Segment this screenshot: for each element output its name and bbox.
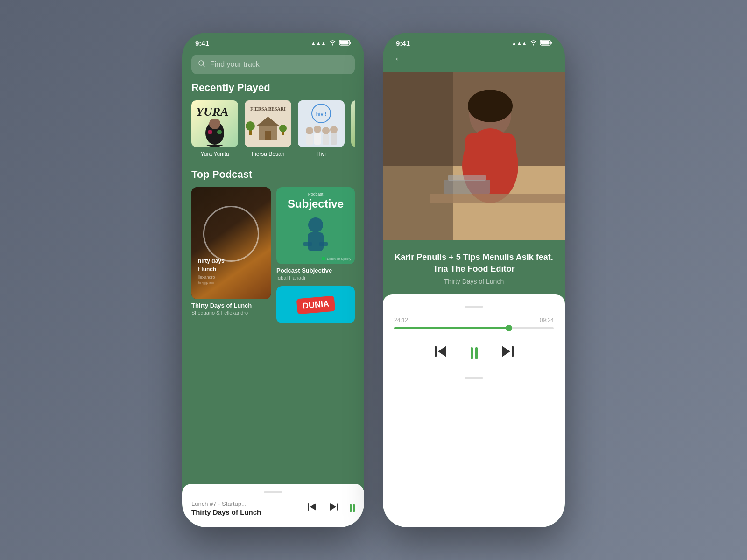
album-item-hivi[interactable]: hivi! xyxy=(298,100,345,157)
svg-point-9 xyxy=(217,130,222,134)
svg-point-39 xyxy=(533,44,534,46)
mini-player[interactable]: Lunch #7 - Startup... Thirty Days of Lun… xyxy=(182,484,364,527)
top-podcast-section: Top Podcast hirty daysf lunch llexandroh… xyxy=(191,168,355,323)
svg-rect-33 xyxy=(319,242,328,246)
album-item-fiersa[interactable]: FIERSA BESARI Fiersa Besari xyxy=(245,100,291,157)
svg-marker-38 xyxy=(330,503,336,511)
podcast-name-thirty: Thirty Days of Lunch xyxy=(191,302,271,309)
svg-rect-35 xyxy=(308,503,309,511)
listen-on-spotify: Listen on Spotify xyxy=(322,257,351,260)
podcast-card-cyan[interactable]: DUNIA xyxy=(276,286,355,323)
svg-rect-56 xyxy=(512,346,514,357)
circle-decoration xyxy=(203,206,259,262)
album-item-partial[interactable] xyxy=(351,100,355,157)
svg-point-8 xyxy=(208,130,212,134)
back-button[interactable]: ← xyxy=(394,53,404,65)
podcast-card-thirty[interactable]: hirty daysf lunch llexandroheggario Thir… xyxy=(191,187,271,323)
phone2-track-title: Karir Penulis + 5 Tips Menulis Asik feat… xyxy=(394,252,554,275)
time-remaining: 09:24 xyxy=(540,317,554,323)
time-elapsed: 24:12 xyxy=(394,317,408,323)
phone-content-1: Recently Played YURA Yura Yun xyxy=(182,82,364,484)
mini-player-controls xyxy=(305,500,355,516)
phone2-track-info: Karir Penulis + 5 Tips Menulis Asik feat… xyxy=(383,240,565,294)
mini-player-drag-handle xyxy=(264,491,282,493)
podcast-small-label: Podcast xyxy=(281,192,350,196)
search-icon xyxy=(198,60,205,69)
cyan-card-label: DUNIA xyxy=(296,295,335,314)
full-pause-button[interactable] xyxy=(471,347,478,359)
full-next-button[interactable] xyxy=(496,340,519,366)
prev-button[interactable] xyxy=(305,500,319,516)
svg-point-28 xyxy=(330,126,338,133)
svg-point-16 xyxy=(246,121,255,131)
next-button[interactable] xyxy=(327,500,341,516)
thirty-author-overlay: llexandroheggario xyxy=(198,274,215,286)
mini-player-info: Lunch #7 - Startup... Thirty Days of Lun… xyxy=(191,500,299,516)
progress-fill xyxy=(394,327,509,329)
svg-rect-41 xyxy=(551,42,552,44)
search-bar[interactable] xyxy=(191,55,355,74)
progress-times: 24:12 09:24 xyxy=(394,317,554,323)
svg-point-24 xyxy=(314,126,321,133)
full-pause-bar-left xyxy=(471,347,473,359)
album-label-hivi: Hivi xyxy=(317,151,326,157)
pause-bar-right xyxy=(353,504,355,512)
full-player: 24:12 09:24 xyxy=(383,294,565,527)
thirty-overlay-text: hirty daysf lunch xyxy=(198,257,225,273)
search-input[interactable] xyxy=(210,60,348,69)
battery-icon-2 xyxy=(540,39,552,47)
svg-rect-37 xyxy=(337,503,338,511)
figure-decoration xyxy=(299,217,332,260)
svg-rect-29 xyxy=(331,133,337,145)
svg-point-30 xyxy=(308,217,323,232)
yura-text: YURA xyxy=(196,105,228,119)
signal-icon-2: ▲▲▲ xyxy=(511,40,527,47)
svg-line-5 xyxy=(203,65,205,67)
svg-rect-25 xyxy=(314,133,321,145)
podcast-card-subjective[interactable]: Podcast Subjective xyxy=(276,187,355,280)
progress-thumb[interactable] xyxy=(506,325,512,331)
album-cover-fiersa: FIERSA BESARI xyxy=(245,100,291,147)
svg-marker-57 xyxy=(502,346,510,357)
podcast-big-label: Subjective xyxy=(281,197,350,210)
phone-2: 9:41 ▲▲▲ ← xyxy=(383,33,565,527)
svg-rect-19 xyxy=(298,100,345,147)
pause-button[interactable] xyxy=(350,504,355,512)
wifi-icon-2 xyxy=(529,39,537,47)
svg-point-22 xyxy=(306,127,313,134)
phone-1: 9:41 ▲▲▲ xyxy=(182,33,364,527)
podcast-author-thirty: Sheggario & Fellexandro xyxy=(191,310,271,315)
battery-icon xyxy=(339,39,351,47)
recently-played-title: Recently Played xyxy=(191,82,355,94)
podcast-info-thirty: Thirty Days of Lunch Sheggario & Fellexa… xyxy=(191,302,271,315)
recently-played-section: Recently Played YURA Yura Yun xyxy=(191,82,355,157)
podcast-artwork-thirty: hirty daysf lunch llexandroheggario xyxy=(191,187,271,299)
top-podcast-title: Top Podcast xyxy=(191,168,355,181)
svg-rect-53 xyxy=(448,175,486,181)
mini-player-track: Lunch #7 - Startup... xyxy=(191,500,299,507)
wifi-icon xyxy=(329,39,337,47)
svg-rect-54 xyxy=(435,346,437,357)
status-bar-2: 9:41 ▲▲▲ xyxy=(383,33,565,51)
full-player-drag-handle xyxy=(465,306,483,308)
svg-rect-32 xyxy=(303,242,312,246)
track-artwork xyxy=(383,72,565,240)
svg-point-0 xyxy=(332,44,333,46)
full-pause-bar-right xyxy=(475,347,478,359)
album-item-yura[interactable]: YURA Yura Yunita xyxy=(191,100,238,157)
bottom-drag-handle xyxy=(465,377,483,379)
album-cover-hivi: hivi! xyxy=(298,100,345,147)
svg-rect-14 xyxy=(265,131,271,140)
svg-rect-27 xyxy=(323,134,329,145)
svg-rect-46 xyxy=(383,72,453,240)
progress-track[interactable] xyxy=(394,327,554,329)
back-area[interactable]: ← xyxy=(383,51,565,72)
svg-rect-23 xyxy=(306,134,313,145)
svg-text:hivi!: hivi! xyxy=(316,111,327,117)
mini-player-artist: Thirty Days of Lunch xyxy=(191,508,299,516)
album-cover-yura: YURA xyxy=(191,100,238,147)
svg-rect-2 xyxy=(350,42,352,44)
svg-point-18 xyxy=(279,125,287,132)
album-cover-partial xyxy=(351,100,355,147)
full-prev-button[interactable] xyxy=(430,340,452,366)
